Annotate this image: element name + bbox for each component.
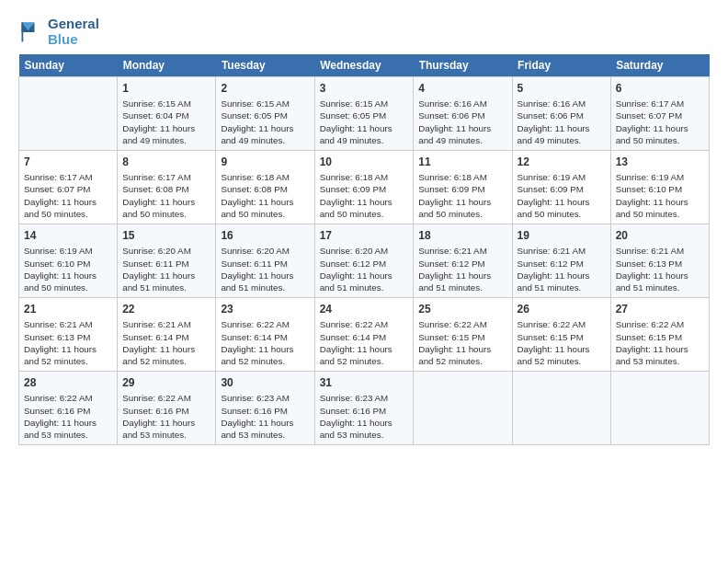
- day-number: 4: [418, 81, 506, 96]
- calendar-cell: 21Sunrise: 6:21 AM Sunset: 6:13 PM Dayli…: [19, 298, 118, 372]
- day-number: 5: [518, 81, 606, 96]
- day-number: 6: [616, 81, 704, 96]
- calendar-cell: 15Sunrise: 6:20 AM Sunset: 6:11 PM Dayli…: [118, 224, 216, 298]
- calendar-cell: 4Sunrise: 6:16 AM Sunset: 6:06 PM Daylig…: [414, 77, 512, 151]
- calendar-header: SundayMondayTuesdayWednesdayThursdayFrid…: [19, 54, 710, 77]
- svg-rect-3: [22, 22, 24, 41]
- day-number: 22: [122, 302, 210, 316]
- calendar-cell: 20Sunrise: 6:21 AM Sunset: 6:13 PM Dayli…: [610, 224, 709, 298]
- day-info: Sunrise: 6:15 AM Sunset: 6:05 PM Dayligh…: [320, 98, 409, 146]
- calendar-cell: 2Sunrise: 6:15 AM Sunset: 6:05 PM Daylig…: [216, 77, 314, 151]
- day-info: Sunrise: 6:20 AM Sunset: 6:11 PM Dayligh…: [221, 245, 309, 293]
- logo-text: General Blue: [48, 17, 99, 47]
- calendar-cell: 27Sunrise: 6:22 AM Sunset: 6:15 PM Dayli…: [610, 298, 709, 372]
- calendar-cell: 18Sunrise: 6:21 AM Sunset: 6:12 PM Dayli…: [414, 224, 512, 298]
- day-info: Sunrise: 6:15 AM Sunset: 6:04 PM Dayligh…: [122, 98, 210, 146]
- calendar-cell: 19Sunrise: 6:21 AM Sunset: 6:12 PM Dayli…: [512, 224, 610, 298]
- calendar-cell: 8Sunrise: 6:17 AM Sunset: 6:08 PM Daylig…: [118, 151, 216, 224]
- day-info: Sunrise: 6:18 AM Sunset: 6:08 PM Dayligh…: [221, 171, 309, 220]
- weekday-header-tuesday: Tuesday: [216, 54, 314, 77]
- day-number: 13: [616, 155, 704, 169]
- weekday-header-monday: Monday: [118, 54, 216, 77]
- logo: General Blue: [18, 17, 99, 47]
- day-info: Sunrise: 6:19 AM Sunset: 6:10 PM Dayligh…: [24, 245, 112, 293]
- day-info: Sunrise: 6:22 AM Sunset: 6:15 PM Dayligh…: [616, 318, 704, 367]
- day-info: Sunrise: 6:22 AM Sunset: 6:14 PM Dayligh…: [221, 318, 309, 367]
- calendar-cell: [610, 372, 709, 445]
- day-info: Sunrise: 6:20 AM Sunset: 6:12 PM Dayligh…: [320, 245, 409, 293]
- day-info: Sunrise: 6:16 AM Sunset: 6:06 PM Dayligh…: [418, 98, 506, 146]
- calendar-cell: 5Sunrise: 6:16 AM Sunset: 6:06 PM Daylig…: [512, 77, 610, 151]
- weekday-header-saturday: Saturday: [610, 54, 709, 77]
- calendar-cell: 26Sunrise: 6:22 AM Sunset: 6:15 PM Dayli…: [512, 298, 610, 372]
- day-info: Sunrise: 6:19 AM Sunset: 6:10 PM Dayligh…: [616, 171, 704, 220]
- day-info: Sunrise: 6:17 AM Sunset: 6:07 PM Dayligh…: [24, 171, 112, 220]
- calendar-table: SundayMondayTuesdayWednesdayThursdayFrid…: [18, 54, 710, 445]
- day-number: 17: [320, 228, 409, 243]
- weekday-header-wednesday: Wednesday: [314, 54, 414, 77]
- day-number: 25: [418, 302, 506, 316]
- calendar-cell: 24Sunrise: 6:22 AM Sunset: 6:14 PM Dayli…: [314, 298, 414, 372]
- calendar-cell: 23Sunrise: 6:22 AM Sunset: 6:14 PM Dayli…: [216, 298, 314, 372]
- day-number: 2: [221, 81, 309, 96]
- day-info: Sunrise: 6:22 AM Sunset: 6:15 PM Dayligh…: [418, 318, 506, 367]
- day-number: 11: [418, 155, 506, 169]
- calendar-cell: 30Sunrise: 6:23 AM Sunset: 6:16 PM Dayli…: [216, 372, 314, 445]
- calendar-week-2: 7Sunrise: 6:17 AM Sunset: 6:07 PM Daylig…: [19, 151, 710, 224]
- day-info: Sunrise: 6:21 AM Sunset: 6:12 PM Dayligh…: [418, 245, 506, 293]
- day-info: Sunrise: 6:18 AM Sunset: 6:09 PM Dayligh…: [320, 171, 409, 220]
- day-number: 28: [24, 375, 112, 390]
- weekday-header-sunday: Sunday: [19, 54, 118, 77]
- calendar-cell: 12Sunrise: 6:19 AM Sunset: 6:09 PM Dayli…: [512, 151, 610, 224]
- calendar-cell: 22Sunrise: 6:21 AM Sunset: 6:14 PM Dayli…: [118, 298, 216, 372]
- day-number: 20: [616, 228, 704, 243]
- day-info: Sunrise: 6:18 AM Sunset: 6:09 PM Dayligh…: [418, 171, 506, 220]
- calendar-week-4: 21Sunrise: 6:21 AM Sunset: 6:13 PM Dayli…: [19, 298, 710, 372]
- day-number: 31: [320, 375, 409, 390]
- weekday-header-friday: Friday: [512, 54, 610, 77]
- day-info: Sunrise: 6:16 AM Sunset: 6:06 PM Dayligh…: [518, 98, 606, 146]
- day-info: Sunrise: 6:17 AM Sunset: 6:07 PM Dayligh…: [616, 98, 704, 146]
- calendar-cell: 6Sunrise: 6:17 AM Sunset: 6:07 PM Daylig…: [610, 77, 709, 151]
- calendar-cell: 13Sunrise: 6:19 AM Sunset: 6:10 PM Dayli…: [610, 151, 709, 224]
- day-number: 15: [122, 228, 210, 243]
- day-number: 24: [320, 302, 409, 316]
- day-number: 18: [418, 228, 506, 243]
- day-info: Sunrise: 6:17 AM Sunset: 6:08 PM Dayligh…: [122, 171, 210, 220]
- calendar-cell: 1Sunrise: 6:15 AM Sunset: 6:04 PM Daylig…: [118, 77, 216, 151]
- calendar-cell: 17Sunrise: 6:20 AM Sunset: 6:12 PM Dayli…: [314, 224, 414, 298]
- day-info: Sunrise: 6:21 AM Sunset: 6:13 PM Dayligh…: [24, 318, 112, 367]
- day-number: 16: [221, 228, 309, 243]
- calendar-cell: [512, 372, 610, 445]
- day-info: Sunrise: 6:21 AM Sunset: 6:14 PM Dayligh…: [122, 318, 210, 367]
- day-info: Sunrise: 6:21 AM Sunset: 6:13 PM Dayligh…: [616, 245, 704, 293]
- calendar-cell: 16Sunrise: 6:20 AM Sunset: 6:11 PM Dayli…: [216, 224, 314, 298]
- calendar-body: 1Sunrise: 6:15 AM Sunset: 6:04 PM Daylig…: [19, 77, 710, 445]
- day-info: Sunrise: 6:21 AM Sunset: 6:12 PM Dayligh…: [518, 245, 606, 293]
- page-container: General Blue SundayMondayTuesdayWednesda…: [0, 0, 728, 454]
- calendar-cell: 28Sunrise: 6:22 AM Sunset: 6:16 PM Dayli…: [19, 372, 118, 445]
- day-info: Sunrise: 6:22 AM Sunset: 6:16 PM Dayligh…: [122, 392, 210, 441]
- calendar-cell: 31Sunrise: 6:23 AM Sunset: 6:16 PM Dayli…: [314, 372, 414, 445]
- calendar-cell: 10Sunrise: 6:18 AM Sunset: 6:09 PM Dayli…: [314, 151, 414, 224]
- day-number: 8: [122, 155, 210, 169]
- logo-icon: [18, 19, 44, 45]
- calendar-week-3: 14Sunrise: 6:19 AM Sunset: 6:10 PM Dayli…: [19, 224, 710, 298]
- day-number: 3: [320, 81, 409, 96]
- calendar-cell: 3Sunrise: 6:15 AM Sunset: 6:05 PM Daylig…: [314, 77, 414, 151]
- calendar-week-5: 28Sunrise: 6:22 AM Sunset: 6:16 PM Dayli…: [19, 372, 710, 445]
- weekday-header-row: SundayMondayTuesdayWednesdayThursdayFrid…: [19, 54, 710, 77]
- day-number: 10: [320, 155, 409, 169]
- day-info: Sunrise: 6:23 AM Sunset: 6:16 PM Dayligh…: [221, 392, 309, 441]
- day-number: 30: [221, 375, 309, 390]
- calendar-cell: 9Sunrise: 6:18 AM Sunset: 6:08 PM Daylig…: [216, 151, 314, 224]
- day-info: Sunrise: 6:20 AM Sunset: 6:11 PM Dayligh…: [122, 245, 210, 293]
- day-info: Sunrise: 6:15 AM Sunset: 6:05 PM Dayligh…: [221, 98, 309, 146]
- day-number: 26: [518, 302, 606, 316]
- calendar-cell: 25Sunrise: 6:22 AM Sunset: 6:15 PM Dayli…: [414, 298, 512, 372]
- day-number: 12: [518, 155, 606, 169]
- calendar-cell: 11Sunrise: 6:18 AM Sunset: 6:09 PM Dayli…: [414, 151, 512, 224]
- day-info: Sunrise: 6:22 AM Sunset: 6:14 PM Dayligh…: [320, 318, 409, 367]
- day-number: 9: [221, 155, 309, 169]
- day-info: Sunrise: 6:22 AM Sunset: 6:16 PM Dayligh…: [24, 392, 112, 441]
